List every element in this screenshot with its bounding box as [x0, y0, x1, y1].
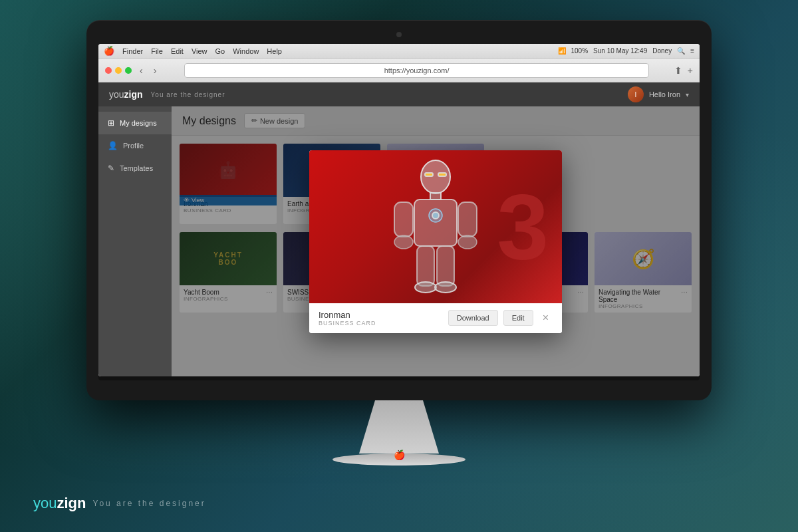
forward-button[interactable]: › [151, 64, 160, 77]
templates-icon: ✎ [108, 164, 114, 173]
ironman-figure-svg [376, 157, 495, 297]
url-bar[interactable]: https://youzign.com/ [184, 63, 648, 78]
browser-actions: ⬆ + [674, 65, 693, 76]
user-name: Doney [652, 47, 672, 55]
svg-rect-3 [430, 193, 441, 200]
url-text: https://youzign.com/ [384, 66, 450, 74]
lightbox-image [309, 150, 562, 303]
lightbox: Ironman BUSINESS CARD Download Edit × [309, 150, 562, 333]
monitor-screen: 🍎 Finder File Edit View Go Window Help 📶… [98, 44, 700, 376]
add-bookmark-icon[interactable]: + [688, 65, 693, 76]
app-header-right: I Hello Iron ▾ [628, 86, 689, 102]
lightbox-actions: Download Edit × [448, 310, 553, 326]
sidebar-item-templates[interactable]: ✎ Templates [98, 157, 172, 180]
sidebar-label-my-designs: My designs [120, 119, 157, 127]
monitor-camera [396, 32, 402, 37]
user-greeting: Hello Iron [649, 90, 680, 98]
battery-indicator: 100% [571, 47, 589, 55]
svg-rect-4 [414, 200, 457, 246]
svg-point-0 [421, 160, 450, 194]
macos-menu-right: 📶 100% Sun 10 May 12:49 Doney 🔍 ≡ [558, 47, 695, 55]
brand-you: you [33, 495, 57, 511]
app-main: ⊞ My designs 👤 Profile ✎ Templates [98, 106, 700, 376]
macos-menu-left: 🍎 Finder File Edit View Go Window Help [104, 46, 282, 56]
search-icon[interactable]: 🔍 [677, 47, 685, 55]
sidebar-label-templates: Templates [120, 164, 153, 172]
sidebar-item-profile[interactable]: 👤 Profile [98, 134, 172, 157]
edit-button[interactable]: Edit [503, 310, 533, 326]
finder-menu[interactable]: Finder [122, 47, 143, 55]
logo-zign: zign [124, 89, 143, 100]
go-menu[interactable]: Go [215, 47, 225, 55]
maximize-window-button[interactable] [125, 67, 132, 74]
window-menu[interactable]: Window [233, 47, 259, 55]
lightbox-footer: Ironman BUSINESS CARD Download Edit × [309, 303, 562, 333]
dropdown-arrow-icon[interactable]: ▾ [686, 91, 689, 98]
svg-point-13 [415, 282, 436, 293]
app-logo: youzign [109, 89, 143, 100]
logo-you: you [109, 89, 124, 100]
macos-menubar: 🍎 Finder File Edit View Go Window Help 📶… [98, 44, 700, 59]
lightbox-info: Ironman BUSINESS CARD [319, 310, 448, 327]
lightbox-title: Ironman [319, 310, 448, 320]
bottom-branding: youzign You are the designer [33, 495, 206, 512]
close-lightbox-button[interactable]: × [539, 311, 553, 325]
content-area: My designs ✏ New design 🤖 [172, 106, 700, 376]
sidebar-item-my-designs[interactable]: ⊞ My designs [98, 112, 172, 134]
apple-menu-icon[interactable]: 🍎 [104, 46, 114, 56]
monitor: 🍎 Finder File Edit View Go Window Help 📶… [86, 20, 712, 466]
traffic-lights [105, 67, 132, 74]
browser-chrome: ‹ › https://youzign.com/ ⬆ + [98, 59, 700, 82]
monitor-stand [359, 400, 439, 454]
brand-tagline: You are the designer [92, 499, 205, 508]
app-header: youzign You are the designer I Hello Iro… [98, 82, 700, 106]
close-window-button[interactable] [105, 67, 112, 74]
view-menu[interactable]: View [192, 47, 207, 55]
sidebar: ⊞ My designs 👤 Profile ✎ Templates [98, 106, 172, 376]
back-button[interactable]: ‹ [137, 64, 146, 77]
svg-rect-2 [438, 173, 446, 176]
svg-rect-11 [417, 246, 434, 286]
svg-rect-1 [425, 173, 433, 176]
file-menu[interactable]: File [151, 47, 163, 55]
minimize-window-button[interactable] [115, 67, 122, 74]
lightbox-overlay[interactable]: Ironman BUSINESS CARD Download Edit × [172, 106, 700, 376]
screen-bottom-bar [98, 376, 700, 380]
svg-point-9 [394, 235, 413, 249]
wifi-icon: 📶 [558, 47, 566, 55]
user-avatar: I [628, 86, 644, 102]
brand-logo: youzign [33, 495, 86, 512]
app-tagline: You are the designer [151, 91, 225, 98]
svg-point-10 [458, 235, 477, 249]
download-button[interactable]: Download [448, 310, 498, 326]
sidebar-label-profile: Profile [123, 142, 144, 150]
app-layout: youzign You are the designer I Hello Iro… [98, 82, 700, 376]
svg-rect-7 [394, 202, 413, 237]
apple-logo-icon: 🍎 [394, 450, 405, 460]
svg-rect-12 [437, 246, 454, 286]
lightbox-type: BUSINESS CARD [319, 320, 448, 327]
help-menu[interactable]: Help [267, 47, 282, 55]
profile-icon: 👤 [108, 141, 118, 150]
edit-menu[interactable]: Edit [171, 47, 184, 55]
svg-point-14 [435, 282, 456, 293]
share-icon[interactable]: ⬆ [674, 65, 682, 76]
monitor-body: 🍎 Finder File Edit View Go Window Help 📶… [86, 20, 712, 400]
date-display: Sun 10 May 12:49 [593, 47, 647, 55]
svg-rect-8 [458, 202, 477, 237]
grid-icon: ⊞ [108, 118, 114, 128]
svg-point-6 [432, 212, 439, 219]
menu-icon[interactable]: ≡ [690, 47, 694, 55]
brand-zign: zign [57, 495, 86, 511]
